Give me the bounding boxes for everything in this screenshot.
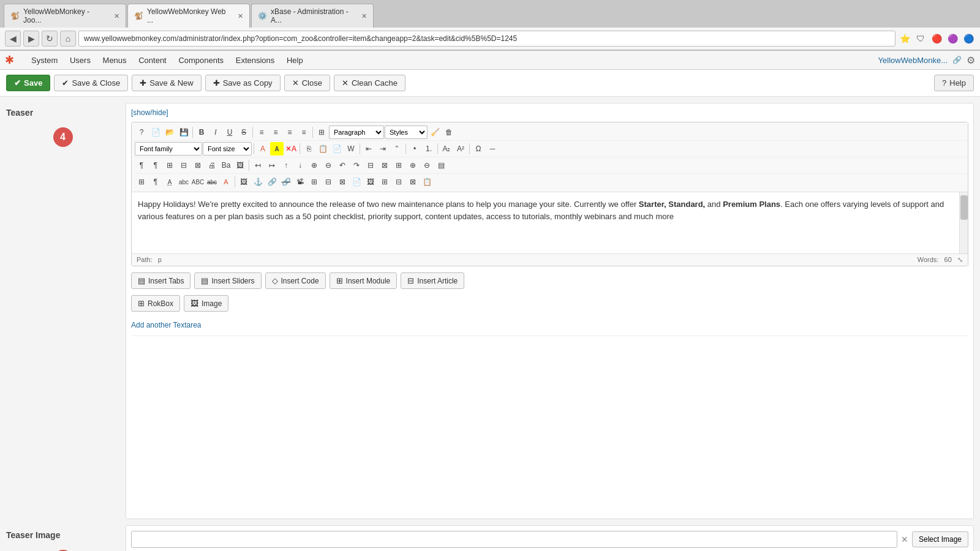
nav-system[interactable]: System <box>26 53 62 67</box>
nav-components[interactable]: Components <box>173 53 228 67</box>
editor-scrollbar[interactable] <box>959 192 968 253</box>
media2-btn[interactable]: 📽 <box>293 175 307 189</box>
styles-select[interactable]: Styles <box>385 126 428 139</box>
insert-sliders-button[interactable]: ▤ Insert Sliders <box>194 272 261 289</box>
paste-word-btn[interactable]: W <box>344 142 358 156</box>
align-center-btn[interactable]: ≡ <box>269 126 282 139</box>
help-btn[interactable]: ? <box>135 126 148 139</box>
btn-row3-6[interactable]: ⊖ <box>322 159 335 172</box>
underline-btn[interactable]: U <box>223 126 236 139</box>
abc-large-btn[interactable]: ABC <box>191 175 205 189</box>
para-btn[interactable]: ¶ <box>135 159 148 172</box>
btn-row3-3[interactable]: ↑ <box>279 159 293 172</box>
nav-help[interactable]: Help <box>282 53 308 67</box>
btn-row3-9[interactable]: ⊟ <box>364 159 377 172</box>
special-char-btn[interactable]: Ω <box>472 142 485 156</box>
blockquote-btn[interactable]: " <box>390 142 404 156</box>
open-btn[interactable]: 📂 <box>163 126 176 139</box>
align-justify-btn[interactable]: ≡ <box>297 126 311 139</box>
removeformat-btn[interactable]: ✕A <box>284 142 298 156</box>
media-btn[interactable]: 🖼 <box>233 159 247 172</box>
add-textarea-link[interactable]: Add another Textarea <box>131 321 968 329</box>
widget-btn[interactable]: ⊞ <box>307 175 321 189</box>
paste-btn[interactable]: 📋 <box>316 142 330 156</box>
bg-color-btn[interactable]: A <box>270 142 284 156</box>
image-path-input[interactable] <box>131 531 897 548</box>
btn-r4-3[interactable]: 📄 <box>350 175 363 189</box>
insert-code-button[interactable]: ◇ Insert Code <box>265 272 326 289</box>
btn-r4-4[interactable]: 🖼 <box>364 175 377 189</box>
align-left-btn[interactable]: ≡ <box>255 126 268 139</box>
btn-row3-11[interactable]: ⊞ <box>392 159 405 172</box>
bookmark-icon[interactable]: ⭐ <box>898 32 911 45</box>
btn-r4-6[interactable]: ⊟ <box>392 175 405 189</box>
superscript-btn[interactable]: A² <box>454 142 467 156</box>
forward-button[interactable]: ▶ <box>23 31 39 47</box>
char-count-btn[interactable]: Bа <box>219 159 233 172</box>
btn-r4-5[interactable]: ⊞ <box>378 175 391 189</box>
bold-btn[interactable]: B <box>195 126 208 139</box>
nav-menus[interactable]: Menus <box>98 53 132 67</box>
btn-row3-10[interactable]: ⊠ <box>378 159 391 172</box>
image-clear-button[interactable]: ✕ <box>901 534 908 544</box>
new-doc-btn[interactable]: 📄 <box>149 126 162 139</box>
admin-gear-icon[interactable]: ⚙ <box>967 54 975 66</box>
nav-extensions[interactable]: Extensions <box>231 53 280 67</box>
btn-row3-5[interactable]: ⊕ <box>307 159 321 172</box>
image-button[interactable]: 🖼 Image <box>184 295 228 312</box>
btn-r4-8[interactable]: 📋 <box>420 175 434 189</box>
insert-tabs-button[interactable]: ▤ Insert Tabs <box>131 272 190 289</box>
col-btn[interactable]: ⊟ <box>177 159 190 172</box>
paste-text-btn[interactable]: 📄 <box>330 142 344 156</box>
help-button[interactable]: ? Help <box>934 75 974 91</box>
italic-btn[interactable]: I <box>209 126 222 139</box>
source-btn[interactable]: ⊞ <box>135 175 148 189</box>
editor-content[interactable]: Happy Holidays! We're pretty excited to … <box>132 192 968 253</box>
clear-format-btn[interactable]: 🧹 <box>428 126 442 139</box>
tab2-close[interactable]: ✕ <box>238 12 243 20</box>
save-button[interactable]: ✔ Save <box>6 75 50 91</box>
print-btn[interactable]: 🖨 <box>205 159 219 172</box>
indent-in-btn[interactable]: ⇤ <box>362 142 375 156</box>
hr-btn[interactable]: ─ <box>486 142 499 156</box>
strikethrough-btn[interactable]: S <box>237 126 251 139</box>
resize-icon[interactable]: ⤡ <box>957 256 963 263</box>
rokbox-button[interactable]: ⊞ RokBox <box>131 295 180 312</box>
save-new-button[interactable]: ✚ Save & New <box>132 75 202 91</box>
table-btn[interactable]: ⊞ <box>163 159 176 172</box>
abbr-btn[interactable]: A <box>163 175 176 189</box>
extension-icon-1[interactable]: 🛡 <box>914 32 927 45</box>
row-btn[interactable]: ⊠ <box>191 159 205 172</box>
browser-tab-1[interactable]: 🐒 YellowWebMonkey - Joo... ✕ <box>4 4 126 28</box>
font-size-select[interactable]: Font size <box>203 142 252 156</box>
abc-small-btn[interactable]: abc <box>177 175 190 189</box>
abc-strike-btn[interactable]: abc <box>205 175 219 189</box>
btn-row3-8[interactable]: ↷ <box>350 159 363 172</box>
tab3-close[interactable]: ✕ <box>361 12 367 20</box>
para2-btn[interactable]: ¶ <box>149 159 162 172</box>
btn-r4-1[interactable]: ⊟ <box>322 175 335 189</box>
browser-tab-3[interactable]: ⚙️ xBase - Administration - A... ✕ <box>251 4 374 28</box>
btn-r4-7[interactable]: ⊠ <box>406 175 420 189</box>
image-2-btn[interactable]: 🖼 <box>237 175 251 189</box>
save-copy-button[interactable]: ✚ Save as Copy <box>205 75 281 91</box>
copy-btn[interactable]: ⎘ <box>302 142 315 156</box>
paragraph-select[interactable]: Paragraph <box>329 126 384 139</box>
nav-users[interactable]: Users <box>65 53 96 67</box>
font-color-2-btn[interactable]: A <box>219 175 233 189</box>
save-close-button[interactable]: ✔ Save & Close <box>54 75 128 91</box>
align-right-btn[interactable]: ≡ <box>283 126 296 139</box>
tab1-close[interactable]: ✕ <box>114 12 119 20</box>
save-doc-btn[interactable]: 💾 <box>177 126 190 139</box>
btn-row3-13[interactable]: ⊖ <box>420 159 434 172</box>
clean-cache-button[interactable]: ✕ Clean Cache <box>334 75 405 91</box>
btn-r4-2[interactable]: ⊠ <box>336 175 349 189</box>
btn-row3-4[interactable]: ↓ <box>293 159 307 172</box>
visual-btn[interactable]: ¶ <box>149 175 162 189</box>
extension-icon-3[interactable]: 🟣 <box>946 32 959 45</box>
btn-row3-12[interactable]: ⊕ <box>406 159 420 172</box>
nav-content[interactable]: Content <box>134 53 172 67</box>
insert-article-button[interactable]: ⊟ Insert Article <box>401 272 464 289</box>
extension-icon-2[interactable]: 🔴 <box>930 32 943 45</box>
font-color-btn[interactable]: A <box>256 142 270 156</box>
